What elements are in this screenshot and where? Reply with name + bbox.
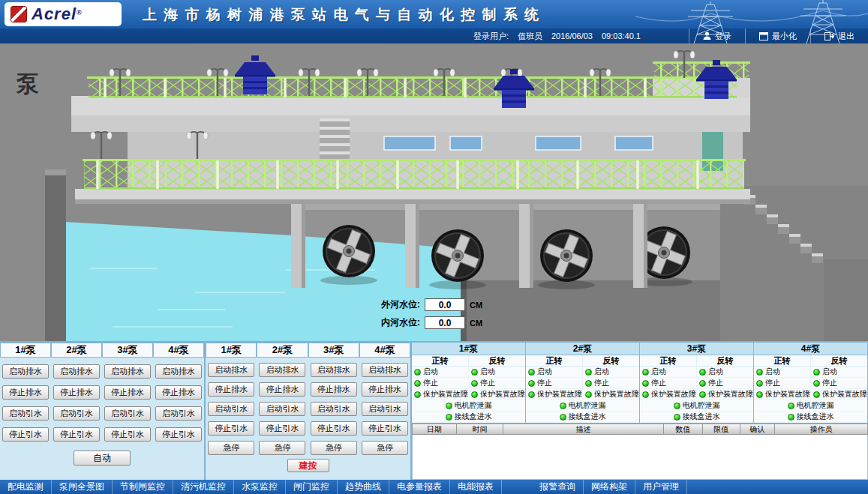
nav-tab[interactable]: 水泵监控 <box>234 480 286 494</box>
pump-control-button[interactable]: 停止排水 <box>362 382 408 397</box>
pump-control-button[interactable]: 停止引水 <box>311 421 357 436</box>
pump-control-button[interactable]: 启动引水 <box>53 406 100 421</box>
pump-control-button[interactable]: 启动引水 <box>311 402 357 416</box>
nav-tab[interactable]: 泵闸全景图 <box>52 480 113 494</box>
pump-control-button[interactable]: 启动排水 <box>362 363 408 377</box>
outer-river-level-input[interactable] <box>425 298 465 311</box>
auto-mode-button[interactable]: 自动 <box>74 451 131 466</box>
status-label: 保护装置故障 <box>423 389 468 400</box>
status-indicator-cell: 保护装置故障 <box>412 389 469 400</box>
status-label: 电机腔泄漏 <box>569 400 606 411</box>
pump-status-block: 4#泵正转反转启动启动停止停止保护装置故障保护装置故障电机腔泄漏接线盒进水 <box>754 343 868 423</box>
pump-control-button[interactable]: 启动引水 <box>104 406 151 421</box>
status-row: 接线盒进水 <box>754 412 867 423</box>
pump-control-button[interactable]: 启动引水 <box>362 402 408 416</box>
nav-tab[interactable]: 报警查询 <box>532 480 584 494</box>
status-label: 保护装置故障 <box>537 389 582 400</box>
pump-status-title: 4#泵 <box>754 343 867 355</box>
pump-control-column: 3#泵启动排水停止排水启动引水停止引水急停 <box>308 343 359 455</box>
status-row: 停止停止 <box>754 378 867 389</box>
status-row: 接线盒进水 <box>412 412 525 423</box>
alarm-table-header: 限值 <box>703 424 740 435</box>
pump-control-button[interactable]: 停止引水 <box>208 421 254 436</box>
pump-control-button[interactable]: 停止引水 <box>362 421 408 436</box>
pump-control-button[interactable]: 急停 <box>362 441 408 455</box>
direction-header-row: 正转反转 <box>640 355 753 367</box>
pump-control-button[interactable]: 停止引水 <box>2 427 49 442</box>
pump-control-button[interactable]: 启动排水 <box>259 363 305 377</box>
status-label: 接线盒进水 <box>455 412 492 422</box>
status-label: 接线盒进水 <box>797 412 834 422</box>
link-mode-button[interactable]: 建按 <box>287 459 329 472</box>
status-indicator-cell: 电机腔泄漏 <box>526 400 639 411</box>
pump-control-button[interactable]: 停止引水 <box>104 427 151 442</box>
pump-control-button[interactable]: 启动排水 <box>208 363 254 377</box>
status-led-icon <box>813 391 820 398</box>
pump-control-button[interactable]: 启动引水 <box>2 406 49 421</box>
pump-control-button[interactable]: 停止排水 <box>104 385 151 400</box>
status-row: 电机腔泄漏 <box>754 400 867 412</box>
nav-tab[interactable]: 趋势曲线 <box>338 480 389 494</box>
plant-3d-view <box>0 43 868 341</box>
status-indicator-cell: 启动 <box>697 367 753 377</box>
pump-control-button[interactable]: 停止引水 <box>53 427 100 442</box>
pump-control-button[interactable]: 急停 <box>311 441 357 455</box>
status-led-icon <box>788 414 794 421</box>
pump-control-column: 2#泵启动排水停止排水启动引水停止引水 <box>51 343 102 442</box>
status-led-icon <box>585 369 592 376</box>
status-led-icon <box>699 380 706 387</box>
status-label: 保护装置故障 <box>651 389 696 400</box>
nav-tab[interactable]: 闸门监控 <box>286 480 338 494</box>
direction-header: 反转 <box>583 355 639 366</box>
pump-control-button[interactable]: 停止排水 <box>53 385 100 400</box>
pump-control-button[interactable]: 启动引水 <box>155 406 202 421</box>
pump-status-block: 2#泵正转反转启动启动停止停止保护装置故障保护装置故障电机腔泄漏接线盒进水 <box>526 343 640 423</box>
nav-tab[interactable]: 网络构架 <box>584 480 635 494</box>
pump-control-button[interactable]: 启动排水 <box>311 363 357 377</box>
nav-tab[interactable]: 配电监测 <box>0 480 52 494</box>
pump-control-button[interactable]: 启动引水 <box>208 402 254 416</box>
minimize-button[interactable]: 最小化 <box>745 28 810 43</box>
exit-button[interactable]: 退出 <box>810 28 868 43</box>
status-row: 保护装置故障保护装置故障 <box>640 389 753 400</box>
status-indicator-cell: 保护装置故障 <box>469 389 525 400</box>
status-indicator-cell: 接线盒进水 <box>526 412 639 422</box>
status-led-icon <box>756 380 763 387</box>
pump-control-column: 2#泵启动排水停止排水启动引水停止引水急停 <box>257 343 308 455</box>
pump-control-button[interactable]: 启动排水 <box>104 364 151 379</box>
pump-control-button[interactable]: 急停 <box>259 441 305 455</box>
direction-header: 正转 <box>526 355 583 366</box>
pump-column-header: 3#泵 <box>102 343 153 358</box>
pump-control-button[interactable]: 启动排水 <box>2 364 49 379</box>
status-row: 接线盒进水 <box>640 412 753 423</box>
pump-column-header: 2#泵 <box>51 343 102 358</box>
pump-control-button[interactable]: 停止排水 <box>2 385 49 400</box>
pump-control-button[interactable]: 启动排水 <box>155 364 202 379</box>
nav-tab[interactable]: 用户管理 <box>635 480 687 494</box>
direction-header-row: 正转反转 <box>526 355 639 367</box>
outer-river-level: 外河水位: CM <box>381 298 482 311</box>
pump-control-button[interactable]: 停止引水 <box>259 421 305 436</box>
pump-control-button[interactable]: 停止引水 <box>155 427 202 442</box>
status-indicator-cell: 停止 <box>640 378 697 388</box>
status-led-icon <box>446 403 452 409</box>
status-label: 启动 <box>423 367 438 377</box>
exit-button-label: 退出 <box>838 31 854 42</box>
login-button[interactable]: 登录 <box>689 28 745 43</box>
pump-control-button[interactable]: 停止排水 <box>311 382 357 397</box>
pump-control-button[interactable]: 急停 <box>208 441 254 455</box>
nav-tab[interactable]: 节制闸监控 <box>113 480 173 494</box>
pump-control-button[interactable]: 停止排水 <box>155 385 202 400</box>
registered-mark: ® <box>77 9 82 16</box>
status-indicator-cell: 停止 <box>754 378 811 388</box>
status-indicator-cell: 启动 <box>754 367 811 377</box>
pump-control-button[interactable]: 停止排水 <box>208 382 254 397</box>
inner-river-level-input[interactable] <box>425 316 465 329</box>
pump-control-button[interactable]: 停止排水 <box>259 382 305 397</box>
pump-control-button[interactable]: 启动引水 <box>259 402 305 416</box>
pump-control-button[interactable]: 启动排水 <box>53 364 100 379</box>
pump-status-title: 1#泵 <box>412 343 525 355</box>
nav-tab[interactable]: 电能报表 <box>450 480 502 494</box>
nav-tab[interactable]: 清污机监控 <box>173 480 234 494</box>
nav-tab[interactable]: 电参量报表 <box>389 480 450 494</box>
